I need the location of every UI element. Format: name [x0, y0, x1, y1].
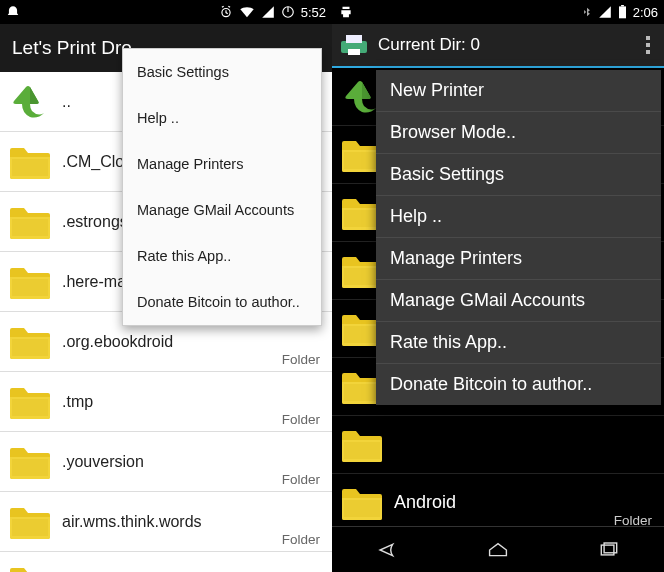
- nav-home-button[interactable]: [468, 535, 528, 565]
- options-menu-right: New PrinterBrowser Mode..Basic SettingsH…: [376, 70, 661, 405]
- print-icon: [338, 5, 354, 19]
- overflow-menu-button[interactable]: [638, 36, 658, 54]
- signal-icon: [598, 5, 612, 19]
- menu-item[interactable]: Manage GMail Accounts: [123, 187, 321, 233]
- menu-item[interactable]: Help ..: [123, 95, 321, 141]
- file-row[interactable]: .tmpFolder: [0, 372, 332, 432]
- folder-icon: [8, 263, 52, 301]
- menu-item[interactable]: Manage Printers: [123, 141, 321, 187]
- folder-icon: [340, 484, 384, 522]
- svg-rect-2: [619, 6, 626, 18]
- folder-icon: [8, 203, 52, 241]
- file-name: .org.ebookdroid: [62, 333, 322, 351]
- menu-item[interactable]: Help ..: [376, 196, 661, 238]
- nav-back-button[interactable]: [357, 535, 417, 565]
- status-time: 2:06: [633, 5, 658, 20]
- bluetooth-icon: [582, 5, 592, 19]
- file-row[interactable]: air.wms.think.wordsFolder: [0, 492, 332, 552]
- menu-item[interactable]: Manage Printers: [376, 238, 661, 280]
- menu-item[interactable]: New Printer: [376, 70, 661, 112]
- battery-icon: [618, 5, 627, 19]
- app-title: Let's Print Dro: [12, 37, 132, 59]
- options-menu-left: Basic SettingsHelp ..Manage PrintersMana…: [122, 48, 322, 326]
- file-row[interactable]: [332, 416, 664, 474]
- menu-item[interactable]: Manage GMail Accounts: [376, 280, 661, 322]
- up-arrow-icon: [8, 83, 52, 121]
- nav-bar: [332, 526, 664, 572]
- power-icon: [281, 5, 295, 19]
- file-name: .youversion: [62, 453, 322, 471]
- left-phone: 5:52 Let's Print Dro ...CM_Clo.estrongs.…: [0, 0, 332, 572]
- file-type-label: Folder: [282, 532, 320, 547]
- file-type-label: Folder: [282, 472, 320, 487]
- status-time: 5:52: [301, 5, 326, 20]
- svg-rect-5: [346, 35, 362, 43]
- notification-icon: [6, 5, 20, 19]
- folder-icon: [8, 383, 52, 421]
- app-bar-right: Current Dir: 0: [332, 24, 664, 68]
- right-phone: 2:06 Current Dir: 0 FolderAndroidFolderA…: [332, 0, 664, 572]
- status-bar-right: 2:06: [332, 0, 664, 24]
- menu-item[interactable]: Basic Settings: [376, 154, 661, 196]
- signal-icon: [261, 5, 275, 19]
- menu-item[interactable]: Rate this App..: [123, 233, 321, 279]
- folder-icon: [8, 503, 52, 541]
- menu-item[interactable]: Basic Settings: [123, 49, 321, 95]
- file-name: air.wms.think.words: [62, 513, 322, 531]
- folder-icon: [340, 426, 384, 464]
- printer-logo-icon: [338, 33, 370, 57]
- svg-rect-3: [621, 5, 624, 6]
- menu-item[interactable]: Donate Bitcoin to author..: [376, 364, 661, 405]
- folder-icon: [8, 563, 52, 573]
- app-title: Current Dir: 0: [378, 35, 638, 55]
- nav-recent-button[interactable]: [579, 535, 639, 565]
- file-row[interactable]: .youversionFolder: [0, 432, 332, 492]
- alarm-icon: [219, 5, 233, 19]
- folder-icon: [8, 323, 52, 361]
- file-type-label: Folder: [282, 412, 320, 427]
- file-name: Android: [394, 492, 654, 513]
- menu-item[interactable]: Browser Mode..: [376, 112, 661, 154]
- file-row[interactable]: airdroidFolder: [0, 552, 332, 572]
- folder-icon: [8, 143, 52, 181]
- file-type-label: Folder: [282, 352, 320, 367]
- folder-icon: [8, 443, 52, 481]
- menu-item[interactable]: Donate Bitcoin to author..: [123, 279, 321, 325]
- svg-rect-6: [348, 49, 360, 55]
- wifi-icon: [239, 5, 255, 19]
- menu-item[interactable]: Rate this App..: [376, 322, 661, 364]
- status-bar-left: 5:52: [0, 0, 332, 24]
- file-name: .tmp: [62, 393, 322, 411]
- file-row[interactable]: AndroidFolder: [332, 474, 664, 532]
